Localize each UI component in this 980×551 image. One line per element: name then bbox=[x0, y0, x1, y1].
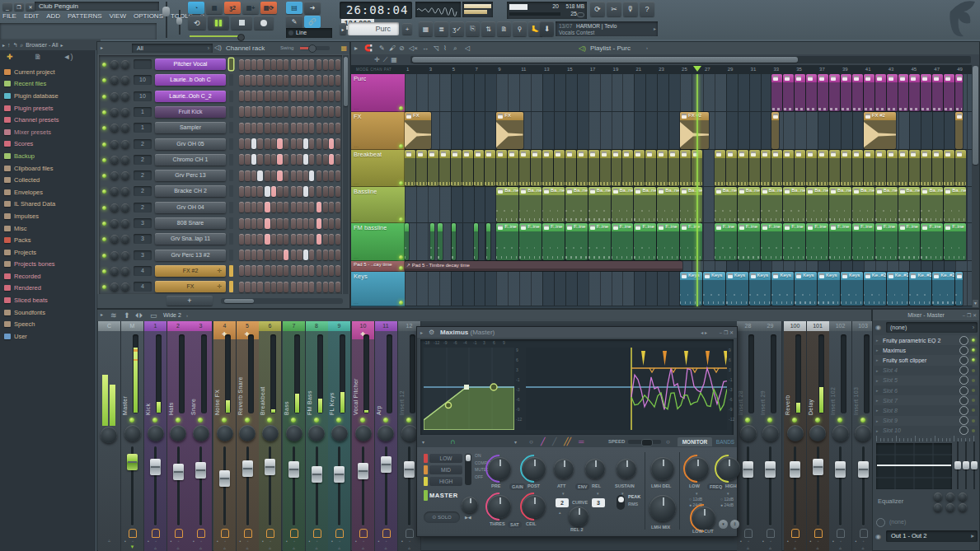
step-cell[interactable] bbox=[309, 170, 314, 181]
step-cell[interactable] bbox=[317, 59, 321, 70]
timeline-bar-21[interactable]: 21 bbox=[635, 67, 641, 72]
strip-enable-led[interactable] bbox=[336, 418, 341, 423]
timeline-bar-31[interactable]: 31 bbox=[751, 67, 757, 72]
channel-group-number[interactable]: 1 bbox=[134, 123, 152, 133]
clip-breakbeat[interactable] bbox=[818, 150, 828, 186]
step-cell[interactable] bbox=[323, 265, 328, 276]
strip-fader[interactable] bbox=[219, 470, 230, 487]
step-cell[interactable] bbox=[309, 250, 314, 260]
channel-group-number[interactable]: 3 bbox=[134, 250, 152, 260]
strip-fx-toggle[interactable] bbox=[814, 529, 823, 538]
tab-bands[interactable]: BANDS bbox=[714, 437, 737, 446]
strip-fx-toggle[interactable] bbox=[129, 529, 137, 538]
track-mute-led[interactable] bbox=[399, 301, 403, 305]
step-cell[interactable] bbox=[277, 218, 282, 229]
maximus-line-style-4[interactable]: ═ bbox=[579, 437, 584, 446]
strip-pan-knob[interactable] bbox=[855, 425, 871, 441]
slot-arrow-icon[interactable]: ▸ bbox=[874, 408, 883, 413]
xover-high-knob[interactable] bbox=[717, 457, 740, 480]
step-cell[interactable] bbox=[317, 75, 321, 86]
strip-number[interactable]: 101 bbox=[807, 321, 829, 331]
clip-f-ine[interactable]: F..ine bbox=[542, 223, 565, 260]
maximus-monitor-led[interactable]: ○ bbox=[666, 438, 670, 446]
clip-f-ine[interactable]: F..ine bbox=[634, 223, 656, 260]
step-cell[interactable] bbox=[297, 186, 302, 197]
mixer-strip-breakbeat[interactable]: 6Breakbeat• ◦▵ bbox=[259, 321, 282, 551]
step-cell[interactable] bbox=[239, 282, 244, 292]
channel-vol-knob[interactable] bbox=[121, 187, 129, 195]
mixer-swap-icon[interactable]: ⏴⏵ bbox=[135, 312, 143, 320]
strip-fader[interactable] bbox=[813, 459, 823, 475]
step-cell[interactable] bbox=[309, 59, 314, 70]
clip-f-ine[interactable]: F..ine bbox=[715, 223, 737, 260]
step-cell[interactable] bbox=[239, 59, 244, 70]
step-cell[interactable] bbox=[257, 106, 262, 117]
step-cell[interactable] bbox=[284, 91, 288, 101]
step-cell[interactable] bbox=[251, 234, 256, 245]
step-cell[interactable] bbox=[265, 123, 270, 133]
channel-pan-knob[interactable] bbox=[110, 283, 119, 291]
step-edit-button[interactable]: ➜ bbox=[304, 2, 321, 14]
channel-group-number[interactable]: 2 bbox=[134, 139, 152, 149]
step-cell[interactable] bbox=[245, 123, 250, 133]
clip-fx-2[interactable]: FX #2 bbox=[680, 112, 709, 149]
clip-ba-ne[interactable]: Ba..ne bbox=[715, 187, 737, 222]
step-cell[interactable] bbox=[265, 202, 270, 212]
channel-button[interactable]: Grv OH 04 bbox=[155, 202, 226, 213]
playhead-marker[interactable] bbox=[693, 66, 701, 72]
strip-slot-dots[interactable]: • ◦ bbox=[193, 539, 204, 544]
slot-mix-knob[interactable] bbox=[959, 386, 968, 395]
clip-f-ine[interactable]: F..ine bbox=[496, 223, 518, 260]
clip-purc[interactable] bbox=[806, 74, 817, 111]
strip-fader-track[interactable] bbox=[316, 446, 318, 525]
strip-slot-dots[interactable]: • ◦ bbox=[787, 539, 799, 544]
browser-item-recorded[interactable]: Recorded bbox=[0, 270, 96, 283]
clip-ba-ne[interactable]: Ba..ne bbox=[921, 187, 943, 222]
strip-fader-track[interactable] bbox=[862, 446, 865, 525]
step-cell[interactable] bbox=[251, 170, 256, 181]
fx-slot-1[interactable]: ▸Fruity parametric EQ 2 bbox=[874, 335, 978, 345]
step-cell[interactable] bbox=[265, 106, 270, 117]
strip-route-arrow[interactable]: ▵ bbox=[167, 544, 190, 550]
step-cell[interactable] bbox=[245, 250, 250, 260]
clip-ba-ne[interactable]: Ba..ne bbox=[588, 187, 611, 222]
mixer-strip-c[interactable]: C▵ bbox=[98, 321, 121, 551]
step-cell[interactable] bbox=[251, 106, 256, 117]
brush-tool-icon[interactable]: 🖌 bbox=[389, 44, 396, 52]
clip-purc[interactable] bbox=[875, 74, 886, 111]
step-cell[interactable] bbox=[277, 75, 282, 86]
channel-button[interactable]: Bracke CH 2 bbox=[155, 185, 226, 197]
strip-slot-dots[interactable]: • ◦ bbox=[124, 539, 136, 544]
clip-purc[interactable] bbox=[818, 74, 828, 111]
clip-breakbeat[interactable] bbox=[554, 150, 565, 186]
step-cell[interactable] bbox=[335, 218, 340, 229]
channel-vol-knob[interactable] bbox=[121, 219, 129, 227]
step-cell[interactable] bbox=[239, 265, 244, 276]
slot-arrow-icon[interactable]: ▸ bbox=[874, 418, 883, 423]
channel-vol-knob[interactable] bbox=[121, 140, 129, 148]
step-cell[interactable] bbox=[309, 75, 314, 86]
clip-breakbeat[interactable] bbox=[496, 150, 507, 186]
step-cell[interactable] bbox=[309, 218, 314, 229]
loop-record-mode-button[interactable]: ⟲ bbox=[188, 16, 206, 30]
step-cell[interactable] bbox=[265, 218, 270, 229]
clip-ke-2[interactable]: Ke..#2 bbox=[909, 272, 931, 306]
slot-arrow-icon[interactable]: ▸ bbox=[874, 398, 883, 403]
mixer-menu-icon[interactable]: ▸ bbox=[101, 312, 103, 317]
maximus-curve-menu-icon[interactable]: ▾ bbox=[422, 439, 424, 445]
step-cell[interactable] bbox=[335, 282, 340, 292]
strip-fx-toggle[interactable] bbox=[313, 529, 321, 538]
step-cell[interactable] bbox=[251, 59, 256, 70]
strip-enable-led[interactable] bbox=[291, 418, 296, 423]
step-cell[interactable] bbox=[245, 265, 250, 276]
toggle-channelrack-button[interactable]: ʒ2 bbox=[224, 2, 241, 14]
strip-slot-dots[interactable]: • ◦ bbox=[740, 539, 752, 544]
channel-button[interactable]: Fruit Kick bbox=[155, 106, 226, 118]
mixer-strip-insert-29[interactable]: 29Insert 29• ◦▵ bbox=[759, 321, 782, 551]
slot-mix-knob[interactable] bbox=[959, 426, 968, 435]
step-cell[interactable] bbox=[284, 250, 288, 260]
rack-filter-selector[interactable]: All › bbox=[132, 44, 213, 53]
step-cell[interactable] bbox=[317, 186, 321, 197]
step-cell[interactable] bbox=[297, 218, 302, 229]
clip-keys[interactable]: Keys bbox=[726, 272, 748, 306]
